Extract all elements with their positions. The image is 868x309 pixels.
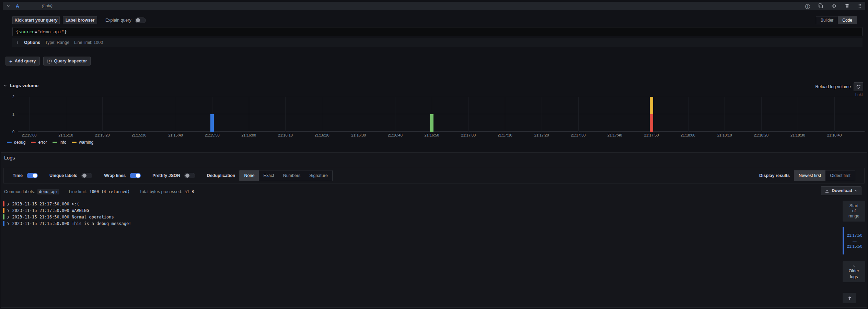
- dedup-option-none[interactable]: None: [240, 170, 259, 181]
- query-options-row[interactable]: Options Type: Range Line limit: 1000: [12, 38, 863, 47]
- gridline-x: [29, 97, 30, 132]
- toggle-knob: [82, 174, 86, 178]
- deduplication-group: NoneExactNumbersSignature: [239, 170, 332, 181]
- legend-label: info: [60, 140, 66, 145]
- line-limit-label: Line limit:: [69, 189, 87, 194]
- drag-handle-icon[interactable]: [858, 3, 862, 8]
- display-results-group: Newest firstOldest first: [794, 170, 855, 181]
- log-row-info[interactable]: ❯2023-11-15 21:16:50.000 Normal operatio…: [3, 214, 836, 220]
- info-icon: i: [47, 59, 52, 63]
- log-row-error[interactable]: ❯2023-11-15 21:17:50.000 >:(: [3, 201, 836, 207]
- explain-query-control: Explain query: [105, 17, 146, 23]
- logs-volume-header[interactable]: Logs volume: [3, 83, 38, 88]
- x-tick-label: 21:17:20: [534, 133, 549, 137]
- legend-label: error: [38, 140, 47, 145]
- expand-chevron-icon[interactable]: ❯: [7, 215, 10, 219]
- dedup-option-numbers[interactable]: Numbers: [279, 170, 305, 181]
- help-icon[interactable]: ?: [805, 3, 810, 9]
- legend-item-info[interactable]: info: [53, 140, 66, 145]
- x-tick-label: 21:17:40: [607, 133, 622, 137]
- legend-item-warning[interactable]: warning: [72, 140, 93, 145]
- dedup-option-exact[interactable]: Exact: [259, 170, 278, 181]
- range-dash: —: [853, 239, 857, 243]
- time-toggle[interactable]: [27, 173, 38, 178]
- log-range-indicator[interactable]: 21:17:50 — 21:15:50: [843, 227, 865, 254]
- reload-log-volume-label[interactable]: Reload log volume: [815, 84, 851, 89]
- range-from: 21:17:50: [847, 233, 863, 237]
- toggle-knob: [185, 174, 189, 178]
- toggle-label: Time: [13, 173, 23, 178]
- start-of-range-button[interactable]: Start of range: [843, 201, 865, 222]
- kick-start-query-button[interactable]: Kick start your query: [12, 16, 60, 24]
- x-tick-label: 21:17:50: [644, 133, 659, 137]
- x-tick-label: 21:15:40: [168, 133, 183, 137]
- log-row-debug[interactable]: ❯2023-11-15 21:15:50.000 This is a debug…: [3, 220, 836, 227]
- bar-warning-21:17:50[interactable]: [650, 97, 653, 114]
- gridline-x: [66, 97, 66, 132]
- label-browser-button[interactable]: Label browser: [63, 16, 97, 24]
- x-tick-label: 21:18:00: [681, 133, 695, 137]
- trash-icon[interactable]: [845, 3, 849, 8]
- gridline-x: [615, 97, 615, 132]
- bar-info-21:16:50[interactable]: [430, 114, 433, 132]
- scroll-to-top-button[interactable]: [843, 293, 856, 303]
- y-tick-label: 0: [5, 130, 14, 134]
- range-to: 21:15:50: [847, 244, 863, 248]
- logs-controls-bar: TimeUnique labelsWrap linesPrettify JSON…: [3, 168, 865, 183]
- editor-mode-option-code[interactable]: Code: [838, 16, 857, 24]
- common-labels-value: demo-api: [37, 189, 59, 194]
- gridline-x: [798, 97, 798, 132]
- gridline-y-0: [18, 131, 865, 132]
- gridline-x: [505, 97, 505, 132]
- unique-labels-toggle[interactable]: [81, 173, 92, 178]
- collapse-chevron-icon[interactable]: [6, 4, 10, 8]
- older-logs-button[interactable]: Older logs: [843, 261, 865, 282]
- query-row-header[interactable]: A (Loki) ?: [3, 2, 865, 10]
- x-tick-label: 21:18:30: [790, 133, 805, 137]
- add-query-button[interactable]: + Add query: [5, 57, 40, 66]
- legend-swatch-info: [53, 142, 57, 143]
- toggle-label: Wrap lines: [104, 173, 126, 178]
- log-row-warning[interactable]: ❯2023-11-15 21:17:50.000 WARNING: [3, 207, 836, 214]
- gridline-x: [249, 97, 249, 132]
- bar-debug-21:15:50[interactable]: [210, 114, 214, 132]
- download-button[interactable]: Download: [821, 186, 861, 195]
- explain-query-toggle[interactable]: [135, 17, 146, 23]
- dedup-option-signature[interactable]: Signature: [305, 170, 332, 181]
- expand-chevron-icon[interactable]: ❯: [7, 202, 10, 206]
- options-type: Type: Range: [45, 40, 69, 45]
- gridline-x: [761, 97, 762, 132]
- reload-icon[interactable]: [854, 82, 863, 91]
- eye-icon[interactable]: [831, 3, 836, 9]
- legend-label: warning: [79, 140, 93, 145]
- legend-swatch-debug: [7, 142, 12, 143]
- toggle-knob: [136, 174, 140, 178]
- x-tick-label: 21:17:30: [571, 133, 586, 137]
- query-token: }: [64, 29, 67, 34]
- log-rows-list: ❯2023-11-15 21:17:50.000 >:(❯2023-11-15 …: [3, 201, 836, 227]
- expand-chevron-icon[interactable]: ❯: [7, 209, 10, 212]
- x-tick-label: 21:16:50: [425, 133, 439, 137]
- display-option-newest-first[interactable]: Newest first: [794, 170, 825, 181]
- logs-volume-chart[interactable]: [18, 97, 865, 132]
- query-ref-id: A: [16, 3, 19, 9]
- editor-mode-option-builder[interactable]: Builder: [816, 16, 838, 24]
- wrap-lines-toggle[interactable]: [130, 173, 141, 178]
- legend-item-error[interactable]: error: [31, 140, 47, 145]
- copy-icon[interactable]: [818, 3, 823, 8]
- toggle-label: Prettify JSON: [152, 173, 180, 178]
- bar-error-21:17:50[interactable]: [650, 114, 653, 132]
- display-option-oldest-first[interactable]: Oldest first: [825, 170, 855, 181]
- query-editor-input[interactable]: {source="demo-api"}: [12, 27, 863, 36]
- prettify-json-toggle[interactable]: [184, 173, 195, 178]
- x-tick-label: 21:15:20: [95, 133, 110, 137]
- y-tick-label: 1: [5, 112, 14, 116]
- x-tick-label: 21:17:00: [461, 133, 476, 137]
- download-icon: [825, 189, 829, 193]
- logs-title: Logs: [4, 155, 15, 161]
- options-label: Options: [24, 40, 40, 45]
- x-tick-label: 21:16:30: [351, 133, 366, 137]
- query-inspector-button[interactable]: i Query inspector: [43, 57, 91, 66]
- legend-item-debug[interactable]: debug: [7, 140, 25, 145]
- expand-chevron-icon[interactable]: ❯: [7, 222, 10, 225]
